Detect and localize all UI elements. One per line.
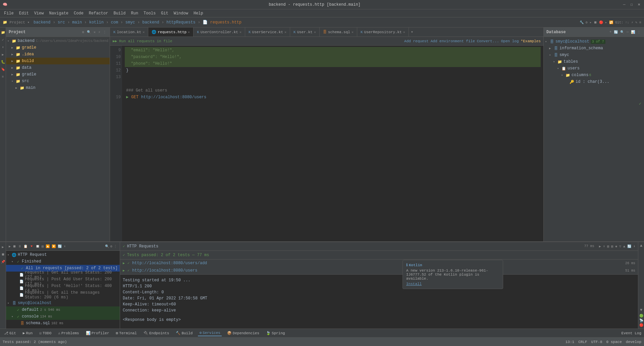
sidebar-run-icon[interactable]: ▶ [0, 52, 6, 57]
services-schema-sql[interactable]: 🗄 schema.sql 102 ms [6, 320, 120, 327]
bottom-tab-spring[interactable]: 🍃 Spring [265, 330, 286, 336]
db-right-icon-1[interactable]: 🟢 [639, 314, 643, 318]
db-right-icon-3[interactable]: 🔴 [639, 323, 643, 327]
db-btn-refresh[interactable]: 🔄 [613, 30, 619, 35]
tree-data[interactable]: ▶ 📁 data [6, 64, 110, 71]
menu-window[interactable]: Window [171, 10, 191, 16]
tab-requests-http-close[interactable]: ✕ [188, 30, 190, 34]
tree-idea[interactable]: ▶ 📁 .idea [6, 51, 110, 58]
tab-user-kt[interactable]: K User.kt ✕ [290, 27, 320, 37]
project-toolbar-btn4[interactable]: ⚡ [98, 30, 101, 35]
sidebar-commit-icon[interactable]: ✓ [0, 37, 6, 43]
menu-code[interactable]: Code [71, 10, 86, 16]
db-tree-users-table[interactable]: ▾ 📋 users [544, 65, 644, 72]
db-tree-tables[interactable]: ▾ 📁 tables [544, 58, 644, 65]
status-crlf[interactable]: CRLF [578, 340, 587, 344]
bottom-tab-profiler[interactable]: 📊 Profiler [85, 330, 111, 336]
sidebar-run-bottom-icon[interactable]: ▶ [0, 244, 6, 250]
maximize-button[interactable]: □ [629, 2, 634, 7]
notif-install-link[interactable]: Install [406, 282, 422, 286]
services-smyc-localhost[interactable]: ▾ 🗄 smyc@localhost [6, 300, 120, 306]
output-area[interactable]: Testing started at 19:50 ... HTTP/1.1 20… [120, 275, 638, 329]
menu-edit[interactable]: Edit [16, 10, 32, 16]
services-settings-icon[interactable]: ⚙ [110, 244, 112, 248]
tab-schema-sql[interactable]: 🗄 schema.sql ✕ [320, 27, 357, 37]
db-tree-smyc-localhost[interactable]: ▾ 🗄 smyc@localhost 3 of 7 [544, 38, 644, 45]
db-scroll-up[interactable]: ▲ [640, 243, 642, 248]
code-editor[interactable]: "email": "Hello!", "password": "Hello!",… [122, 46, 543, 241]
tab-location-kt-close[interactable]: ✕ [143, 30, 145, 34]
sidebar-debug-icon[interactable]: 🐛 [0, 59, 6, 65]
bottom-tab-endpoints[interactable]: 🔌 Endpoints [142, 330, 170, 336]
menu-view[interactable]: View [32, 10, 47, 16]
event-log-tab[interactable]: Event Log [622, 331, 641, 335]
status-indent[interactable]: 0 space [606, 340, 622, 344]
bottom-tab-dependencies[interactable]: 📦 Dependencies [226, 330, 261, 336]
menu-build[interactable]: Build [111, 10, 128, 16]
tree-src[interactable]: ▾ 📁 src [6, 78, 110, 84]
breadcrumb-part-com[interactable]: com [111, 20, 118, 25]
tab-userservice-kt[interactable]: K UserService.kt ✕ [245, 27, 290, 37]
sidebar-pin-icon[interactable]: 📌 [0, 259, 6, 265]
bottom-tab-terminal[interactable]: ⊞ Terminal [115, 330, 138, 336]
services-default[interactable]: ✓ default 2 s 546 ms [6, 306, 120, 313]
bottom-tab-services[interactable]: ⚙ Services [198, 330, 221, 336]
services-filter-icon[interactable]: 🔍 [105, 244, 109, 248]
project-selector[interactable]: 📁 Project ▾ [3, 20, 30, 24]
menu-help[interactable]: Help [191, 10, 206, 16]
examples-button[interactable]: *Examples [521, 39, 541, 43]
tab-user-kt-close[interactable]: ✕ [314, 30, 316, 34]
breadcrumb-part-file[interactable]: 📄 requests.http [203, 20, 241, 25]
convert-button[interactable]: Convert... [477, 39, 499, 43]
run-all-button[interactable]: Run all requests in file [119, 39, 172, 43]
db-btn-filter[interactable]: 🔍 [620, 30, 625, 35]
tab-more-button[interactable]: ▾ [409, 30, 415, 35]
db-tree-id-column[interactable]: 🔑 id : char(3... [544, 78, 644, 85]
tree-root[interactable]: ▾ 📁 backend C:/Users/Lenovo/IdeaProjects… [6, 38, 110, 44]
minimize-button[interactable]: ─ [622, 2, 627, 7]
bottom-tab-todo[interactable]: ☑ TODO [38, 330, 53, 336]
menu-tools[interactable]: Tools [141, 10, 158, 16]
tab-userservice-kt-close[interactable]: ✕ [284, 30, 286, 34]
breadcrumb-part-backend2[interactable]: backend [142, 20, 159, 25]
menu-git[interactable]: Git [158, 10, 171, 16]
breadcrumb-part-backend[interactable]: backend [34, 20, 50, 25]
tab-userrepository-kt[interactable]: K UserRepository.kt ✕ [357, 27, 409, 37]
tab-location-kt[interactable]: K location.kt ✕ [110, 27, 148, 37]
db-btn-sync[interactable]: ↔ [626, 30, 629, 34]
tab-schema-sql-close[interactable]: ✕ [352, 30, 354, 34]
menu-refactor[interactable]: Refactor [86, 10, 111, 16]
breadcrumb-part-httprequests[interactable]: httpRequests [166, 20, 195, 25]
breadcrumb-part-src[interactable]: src [58, 20, 65, 25]
add-env-file-button[interactable]: Add environment file [431, 39, 475, 43]
add-request-button[interactable]: Add request [404, 39, 429, 43]
project-toolbar-btn2[interactable]: 🔍 [86, 30, 92, 35]
db-right-icon-2[interactable]: 📡 [639, 319, 643, 323]
sidebar-bookmarks-icon[interactable]: 🔖 [0, 67, 6, 72]
status-position[interactable]: 13:1 [566, 340, 574, 344]
tab-usercontroller-kt-close[interactable]: ✕ [239, 30, 241, 34]
sidebar-stop-icon[interactable]: ⏹ [0, 252, 6, 257]
sidebar-structure-icon[interactable]: ≡ [0, 74, 6, 79]
bottom-tab-problems[interactable]: ⚠ Problems [57, 330, 80, 336]
services-console[interactable]: ▾ ✓ console 134 ms [6, 313, 120, 320]
services-finished[interactable]: ▾ ✓ Finished [6, 258, 120, 265]
project-toolbar-btn1[interactable]: ⚙ [82, 30, 85, 35]
db-scroll-down[interactable]: ▼ [640, 308, 642, 312]
tab-usercontroller-kt[interactable]: K UserController.kt ✕ [194, 27, 245, 37]
bottom-tab-build[interactable]: 🔨 Build [174, 330, 194, 336]
run-btn-inline[interactable]: ▶ [126, 94, 128, 101]
db-btn-more[interactable]: ⋮ [637, 30, 641, 35]
breadcrumb-part-smyc[interactable]: smyc [125, 20, 135, 25]
db-tree-smyc-schema[interactable]: ▾ 🗄 smyc [544, 52, 644, 58]
bottom-tab-run[interactable]: ▶ Run [21, 330, 34, 336]
close-button[interactable]: ✕ [637, 2, 641, 7]
db-tree-columns[interactable]: ▾ 📁 columns 6 [544, 72, 644, 78]
menu-run[interactable]: Run [128, 10, 141, 16]
breadcrumb-part-main[interactable]: main [72, 20, 82, 25]
tree-build[interactable]: ▶ 📁 build [6, 58, 110, 64]
db-tree-information-schema[interactable]: ▶ 🗄 information_schema [544, 45, 644, 52]
services-more-icon[interactable]: ⋮ [114, 244, 117, 248]
project-toolbar-btn5[interactable]: ⋮ [102, 30, 107, 35]
menu-navigate[interactable]: Navigate [46, 10, 71, 16]
